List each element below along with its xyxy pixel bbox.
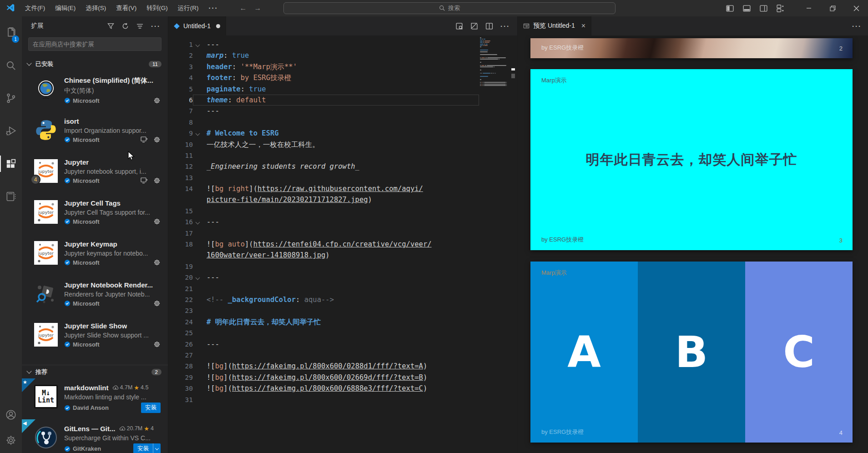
extension-gear-icon[interactable] [153, 97, 161, 104]
clear-filter-icon[interactable] [136, 23, 143, 30]
code-line[interactable]: 11 [168, 150, 517, 161]
code-line[interactable]: 10一亿技术人之一，一枚在校工科生。 [168, 139, 517, 150]
extension-gear-icon[interactable] [153, 218, 161, 225]
menu-item[interactable]: 运行(R) [173, 2, 204, 14]
split-editor-icon[interactable] [485, 22, 493, 30]
minimap[interactable] [480, 37, 508, 88]
menu-item[interactable]: 文件(F) [20, 2, 50, 14]
code-line[interactable]: 7--- [168, 106, 517, 116]
code-line[interactable]: 25 [168, 327, 517, 338]
fold-gutter[interactable] [193, 272, 203, 283]
toggle-panel-icon[interactable] [743, 5, 751, 12]
explorer-icon[interactable]: 1 [0, 16, 22, 49]
toggle-sidebar-icon[interactable] [726, 5, 734, 12]
code-line[interactable]: 12_Engineering students record growth_ [168, 161, 517, 172]
filter-icon[interactable] [107, 23, 114, 30]
modified-dot-icon[interactable] [216, 24, 220, 28]
install-button[interactable]: 安装 [133, 443, 161, 453]
account-icon[interactable] [0, 402, 22, 428]
code-line[interactable]: 1--- [168, 39, 517, 50]
extension-gear-icon[interactable] [153, 341, 161, 348]
markdown-preview-icon[interactable] [470, 22, 478, 30]
installed-section-header[interactable]: 已安装 11 [22, 57, 168, 71]
install-dropdown-icon[interactable] [153, 443, 161, 453]
minimize-button[interactable] [797, 0, 821, 16]
code-line[interactable]: 22<!-- _backgroundColor: aqua--> [168, 294, 517, 305]
source-control-icon[interactable] [0, 82, 22, 115]
search-view-icon[interactable] [0, 49, 22, 82]
fold-gutter[interactable] [193, 128, 203, 139]
code-line[interactable]: 8 [168, 117, 517, 128]
extension-gear-icon[interactable] [153, 300, 161, 307]
screen-reader-icon[interactable] [141, 177, 148, 184]
extension-search-input[interactable] [33, 41, 157, 48]
code-line[interactable]: 31 [168, 394, 517, 405]
settings-gear-icon[interactable] [0, 428, 22, 453]
menu-item[interactable]: 查看(V) [111, 2, 141, 14]
close-tab-icon[interactable]: × [581, 22, 585, 30]
code-line[interactable]: picture-file/main/202302171712827.jpeg) [168, 194, 517, 205]
fold-gutter[interactable] [193, 216, 203, 227]
marp-preview[interactable]: by ESRG技录橙 2 Marp演示 明年此日青云去，却笑人间举子忙 by E… [518, 35, 868, 453]
code-line[interactable]: 24# 明年此日青云去，却笑人间举子忙 [168, 317, 517, 327]
extension-row[interactable]: Chinese (Simplified) (简体... 中文(简体) Micro… [22, 71, 168, 112]
code-line[interactable]: 23 [168, 305, 517, 316]
preview-more-actions-icon[interactable]: ··· [852, 22, 862, 30]
nav-forward-icon[interactable]: → [254, 4, 262, 12]
customize-layout-icon[interactable] [777, 5, 784, 12]
code-line[interactable]: 19 [168, 261, 517, 272]
extension-row[interactable]: jupyter4 Jupyter Jupyter notebook suppor… [22, 153, 168, 194]
extension-row[interactable]: ★ M↓Lint markdownlint 4.7M★4.5 Markdown … [22, 378, 168, 419]
code-line[interactable]: 4footer: by ESRG技录橙 [168, 72, 517, 83]
refresh-icon[interactable] [122, 23, 129, 30]
extension-row[interactable]: jupyter Jupyter Keymap Jupyter keymaps f… [22, 235, 168, 276]
menu-more[interactable]: ··· [204, 2, 223, 14]
extension-gear-icon[interactable] [153, 259, 161, 266]
extension-row[interactable]: jupyter Jupyter Cell Tags Jupyter Cell T… [22, 194, 168, 235]
menu-item[interactable]: 转到(G) [141, 2, 173, 14]
toggle-secondary-sidebar-icon[interactable] [760, 5, 767, 12]
code-line[interactable]: 1600water/veer-141808918.jpg) [168, 250, 517, 261]
close-button[interactable] [844, 0, 868, 16]
code-line[interactable]: 13 [168, 172, 517, 183]
code-line[interactable]: 28![bg](https://fakeimg.pl/800x600/0288d… [168, 361, 517, 372]
extension-row[interactable]: ◀ GitLens — Git... 20.7M★4 Supercharge G… [22, 419, 168, 453]
run-debug-icon[interactable] [0, 115, 22, 147]
code-line[interactable]: 20--- [168, 272, 517, 283]
tab-preview-untitled-1[interactable]: 预览 Untitled-1 × [518, 16, 591, 35]
code-line[interactable]: 21 [168, 283, 517, 294]
code-line[interactable]: 16--- [168, 216, 517, 227]
code-line[interactable]: 30![bg](https://fakeimg.pl/800x600/6888e… [168, 383, 517, 394]
extension-gear-icon[interactable] [153, 136, 161, 143]
extension-gear-icon[interactable] [153, 177, 161, 184]
menu-item[interactable]: 编辑(E) [50, 2, 81, 14]
code-line[interactable]: 17 [168, 228, 517, 239]
install-button[interactable]: 安装 [141, 403, 161, 413]
code-line[interactable]: 9# Welcome to ESRG [168, 128, 517, 139]
command-center-search[interactable]: 搜索 [283, 2, 616, 14]
extension-row[interactable]: jupyter Jupyter Slide Show Jupyter Slide… [22, 317, 168, 357]
code-line[interactable]: 6theme: default [168, 95, 517, 106]
code-line[interactable]: 3header: '**Marp演示**' [168, 61, 517, 72]
extension-row[interactable]: isort Import Organization suppor... Micr… [22, 112, 168, 153]
nav-back-icon[interactable]: ← [240, 4, 247, 12]
extensions-view-icon[interactable] [0, 147, 22, 180]
code-line[interactable]: 27 [168, 350, 517, 361]
code-line[interactable]: 5paginate: true [168, 84, 517, 95]
sidebar-more-icon[interactable]: ··· [151, 22, 161, 30]
code-line[interactable]: 26--- [168, 339, 517, 350]
screen-reader-icon[interactable] [141, 136, 148, 143]
open-preview-icon[interactable] [455, 22, 463, 30]
menu-item[interactable]: 选择(S) [81, 2, 111, 14]
recommended-section-header[interactable]: 推荐 2 [22, 365, 168, 378]
code-line[interactable]: 14![bg right](https://raw.githubusercont… [168, 183, 517, 194]
tab-untitled-1[interactable]: Untitled-1 [168, 16, 226, 35]
code-line[interactable]: 29![bg](https://fakeimg.pl/800x600/02669… [168, 372, 517, 383]
code-line[interactable]: 2marp: true [168, 50, 517, 61]
restore-button[interactable] [821, 0, 844, 16]
editor-more-actions-icon[interactable]: ··· [500, 22, 510, 30]
code-line[interactable]: 15 [168, 206, 517, 216]
fold-gutter[interactable] [193, 39, 203, 50]
notebook-view-icon[interactable] [0, 180, 22, 213]
code-editor[interactable]: 1---2marp: true3header: '**Marp演示**'4foo… [168, 35, 517, 453]
